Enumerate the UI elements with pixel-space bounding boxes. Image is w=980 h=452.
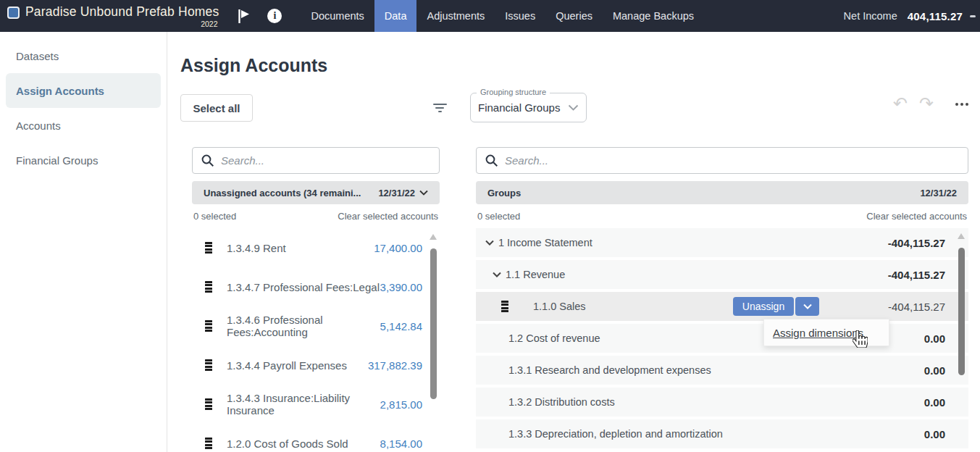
group-label: 1.3.2 Distribution costs (508, 396, 615, 408)
account-row[interactable]: 1.3.4.3 Insurance:Liability Insurance2,8… (192, 385, 440, 424)
topbar: Paradise Unbound Prefab Homes 2022 i Doc… (0, 0, 980, 32)
account-row[interactable]: 1.3.4.7 Professional Fees:Legal3,390.00 (192, 267, 440, 306)
nav-item-documents[interactable]: Documents (301, 0, 374, 32)
left-scrollbar-thumb[interactable] (430, 248, 437, 399)
grouping-structure-label: Grouping structure (477, 88, 550, 96)
undo-icon[interactable]: ↶ (893, 96, 908, 112)
group-label: 1.3.3 Depreciation, depletion and amorti… (508, 428, 723, 440)
right-scrollbar[interactable] (957, 228, 966, 452)
expand-chevron-icon[interactable] (485, 240, 494, 246)
drag-handle-icon[interactable] (205, 242, 212, 254)
account-row[interactable]: 1.3.4.6 Professional Fees:Accounting5,14… (192, 306, 440, 346)
info-icon[interactable]: i (267, 9, 282, 23)
left-clear-selected-link[interactable]: Clear selected accounts (338, 211, 438, 222)
drag-handle-icon[interactable] (501, 301, 508, 313)
sidebar-item-accounts[interactable]: Accounts (0, 108, 167, 143)
group-label: 1.2 Cost of revenue (508, 332, 600, 344)
group-amount: 0.00 (837, 364, 945, 377)
account-amount: 17,400.00 (374, 242, 422, 254)
account-name: 1.3.4.9 Rent (227, 242, 374, 254)
sidebar-item-financial-groups[interactable]: Financial Groups (0, 143, 167, 177)
group-row-1-3-2-distribution-costs[interactable]: 1.3.2 Distribution costs0.00 (476, 388, 968, 417)
menu-item-assign-dimensions[interactable]: Assign dimensions (764, 319, 889, 346)
group-label: 1.1 Revenue (506, 269, 565, 280)
net-income-caret-icon[interactable] (970, 15, 976, 17)
flag-icon[interactable] (238, 9, 250, 24)
unassign-split-button: Unassign (733, 297, 819, 316)
right-search (476, 147, 968, 174)
left-selected-count: 0 selected (193, 211, 236, 222)
left-scrollbar[interactable] (429, 228, 437, 452)
nav-item-queries[interactable]: Queries (545, 0, 603, 32)
account-name: 1.3.4.6 Professional Fees:Accounting (227, 314, 380, 338)
company-name: Paradise Unbound Prefab Homes (25, 4, 219, 20)
account-name: 1.3.4.7 Professional Fees:Legal (227, 281, 380, 293)
groups-title: Groups (487, 188, 521, 198)
group-amount: 0.00 (837, 396, 945, 409)
sidebar-item-assign-accounts[interactable]: Assign Accounts (6, 73, 161, 108)
page-title: Assign Accounts (180, 55, 327, 76)
nav-item-adjustments[interactable]: Adjustments (416, 0, 495, 32)
unassigned-accounts-header[interactable]: Unassigned accounts (34 remaini... 12/31… (192, 181, 440, 204)
right-scrollbar-thumb[interactable] (958, 248, 965, 375)
chevron-down-icon (803, 304, 812, 309)
unassigned-accounts-panel: Unassigned accounts (34 remaini... 12/31… (192, 147, 440, 452)
account-row[interactable]: 1.2.0 Cost of Goods Sold8,154.00 (192, 424, 440, 452)
redo-icon[interactable]: ↷ (919, 96, 934, 112)
right-header-date: 12/31/22 (920, 188, 957, 198)
unassign-caret-button[interactable] (795, 297, 819, 316)
chevron-down-icon (419, 190, 428, 196)
group-label: 1.1.0 Sales (533, 301, 586, 312)
more-options-icon[interactable] (955, 103, 968, 106)
grouping-structure-select[interactable]: Grouping structure Financial Groups (470, 93, 587, 122)
main-nav: DocumentsDataAdjustmentsIssuesQueriesMan… (301, 0, 704, 32)
expand-chevron-icon[interactable] (493, 272, 501, 277)
unassign-button[interactable]: Unassign (733, 297, 794, 316)
right-selected-count: 0 selected (477, 211, 520, 222)
scroll-up-arrow-icon[interactable] (958, 233, 965, 239)
brand: Paradise Unbound Prefab Homes 2022 (0, 4, 219, 28)
group-row-1-2-cost-of-revenue[interactable]: 1.2 Cost of revenue0.00 (476, 324, 968, 353)
scroll-up-arrow-icon[interactable] (430, 234, 437, 240)
group-amount: -404,115.27 (837, 301, 945, 313)
group-amount: -404,115.27 (837, 237, 945, 249)
group-row-1-1-revenue[interactable]: 1.1 Revenue-404,115.27 (476, 260, 968, 289)
group-row-1-income-statement[interactable]: 1 Income Statement-404,115.27 (476, 228, 968, 257)
left-header-date: 12/31/22 (378, 188, 415, 198)
sidebar-item-datasets[interactable]: Datasets (0, 38, 167, 73)
group-amount: -404,115.27 (837, 269, 945, 281)
unassigned-accounts-list: 1.3.4.9 Rent17,400.001.3.4.7 Professiona… (192, 228, 440, 452)
right-clear-selected-link[interactable]: Clear selected accounts (866, 211, 967, 222)
drag-handle-icon[interactable] (205, 281, 212, 293)
groups-panel: Groups 12/31/22 0 selected Clear selecte… (476, 147, 968, 452)
grouping-structure-value: Financial Groups (478, 101, 560, 114)
group-row-1-3-3-depreciation-depletion-and-amortization[interactable]: 1.3.3 Depreciation, depletion and amorti… (476, 419, 968, 448)
search-icon (485, 154, 498, 167)
account-row[interactable]: 1.3.4.9 Rent17,400.00 (192, 228, 440, 267)
right-search-input[interactable] (505, 154, 968, 167)
groups-header: Groups 12/31/22 (476, 181, 968, 204)
group-row-1-3-1-research-and-development-expenses[interactable]: 1.3.1 Research and development expenses0… (476, 356, 968, 385)
nav-item-manage-backups[interactable]: Manage Backups (603, 0, 704, 32)
net-income: Net Income 404,115.27 (844, 10, 980, 22)
net-income-label: Net Income (844, 10, 897, 22)
drag-handle-icon[interactable] (205, 398, 212, 411)
drag-handle-icon[interactable] (205, 320, 212, 332)
account-row[interactable]: 1.3.4.4 Payroll Expenses317,882.39 (192, 346, 440, 385)
account-amount: 2,815.00 (380, 398, 422, 411)
unassigned-accounts-title: Unassigned accounts (34 remaini... (204, 188, 361, 198)
drag-handle-icon[interactable] (205, 359, 212, 372)
filter-icon[interactable] (431, 101, 448, 116)
account-name: 1.3.4.4 Payroll Expenses (227, 359, 368, 372)
drag-handle-icon[interactable] (205, 438, 212, 450)
select-all-button[interactable]: Select all (180, 94, 253, 122)
group-row-1-1-0-sales[interactable]: 1.1.0 SalesUnassign-404,115.27 (476, 292, 968, 321)
unassign-dropdown-menu: Assign dimensions (763, 319, 889, 346)
sidebar: DatasetsAssign AccountsAccountsFinancial… (0, 32, 167, 452)
group-label: 1.3.1 Research and development expenses (508, 364, 711, 376)
nav-item-issues[interactable]: Issues (495, 0, 545, 32)
chevron-down-icon (485, 240, 494, 246)
nav-item-data[interactable]: Data (374, 0, 417, 32)
group-amount: 0.00 (837, 428, 945, 440)
left-search-input[interactable] (221, 154, 439, 167)
